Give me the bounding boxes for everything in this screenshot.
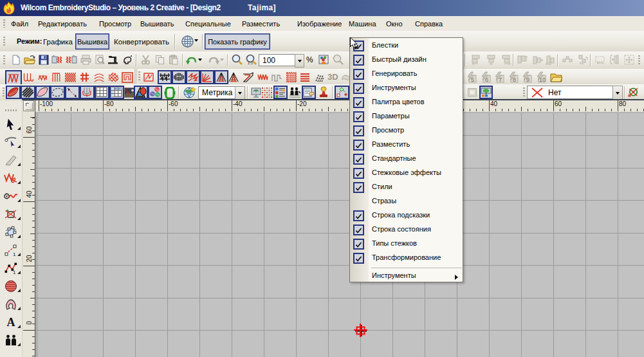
svg-text:10: 10 — [539, 77, 546, 83]
svg-text:9: 9 — [526, 77, 529, 83]
svg-text:7: 7 — [499, 77, 502, 83]
svg-text:5: 5 — [471, 77, 474, 83]
svg-text:1: 1 — [13, 252, 16, 257]
svg-text:1: 1 — [13, 270, 16, 275]
svg-text:6: 6 — [485, 77, 488, 83]
svg-text:1:1: 1:1 — [248, 61, 253, 65]
svg-text:8: 8 — [513, 77, 516, 83]
